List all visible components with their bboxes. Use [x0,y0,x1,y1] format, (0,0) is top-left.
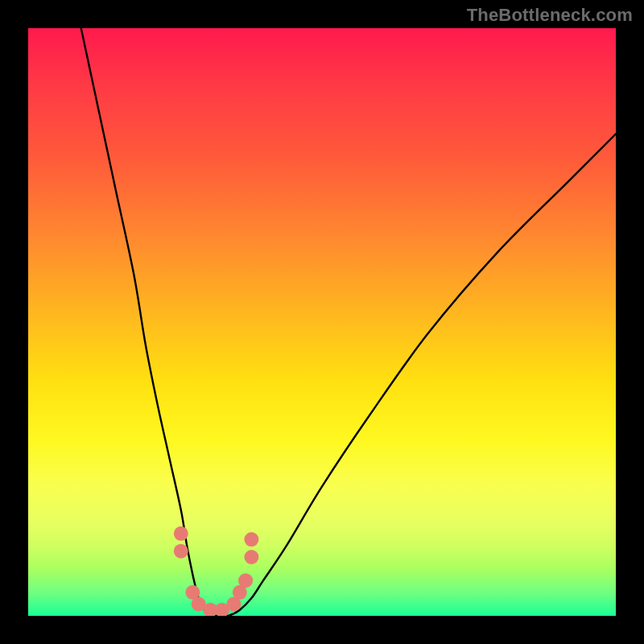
marker-dot [238,573,253,588]
marker-dot [244,532,258,547]
marker-dot [174,526,188,541]
plot-svg [28,28,616,616]
series-bottleneck-curve [81,28,616,616]
marker-dot [174,544,188,559]
series-layer [81,28,616,616]
marker-dot [244,550,258,564]
watermark-text: TheBottleneck.com [467,5,633,26]
chart-frame: TheBottleneck.com [0,0,644,644]
plot-area [28,28,616,616]
